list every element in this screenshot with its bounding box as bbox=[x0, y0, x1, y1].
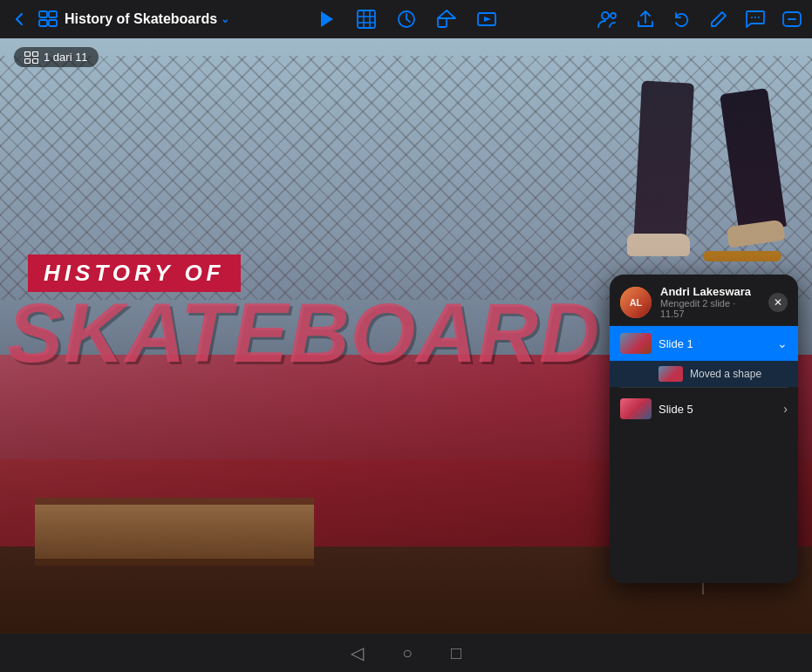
activity-slide-thumb bbox=[658, 366, 683, 382]
toolbar-left: History of Skateboards ⌄ bbox=[7, 7, 594, 31]
panel-subtitle: Mengedit 2 slide · 11.57 bbox=[660, 298, 760, 319]
user-avatar: AL bbox=[620, 287, 652, 318]
svg-point-19 bbox=[758, 17, 760, 18]
panel-close-icon: ✕ bbox=[774, 296, 782, 309]
activity-sub-row: Moved a shape bbox=[610, 361, 798, 387]
slide-counter-icon bbox=[24, 51, 38, 64]
clock-button[interactable] bbox=[393, 6, 420, 32]
bottom-bar: ◁ ○ □ bbox=[0, 634, 812, 672]
svg-rect-2 bbox=[39, 20, 47, 26]
more-button[interactable] bbox=[779, 6, 805, 32]
panel-header: AL Andri Lakeswara Mengedit 2 slide · 11… bbox=[610, 275, 798, 326]
history-of-text: HISTORY OF bbox=[44, 260, 225, 286]
activity-text: Moved a shape bbox=[690, 368, 761, 380]
overview-nav-button[interactable]: □ bbox=[446, 638, 467, 669]
back-nav-button[interactable]: ◁ bbox=[345, 637, 369, 669]
slide-5-chevron-icon: › bbox=[783, 402, 788, 416]
svg-rect-1 bbox=[49, 11, 57, 17]
slide-1-chevron-icon: ⌄ bbox=[777, 336, 788, 350]
undo-button[interactable] bbox=[669, 6, 695, 32]
skateboards-text: SKATEBOARD bbox=[7, 286, 600, 379]
slide-1-thumbnail bbox=[620, 333, 652, 354]
svg-point-16 bbox=[611, 13, 616, 18]
panel-divider bbox=[620, 387, 788, 388]
doc-title-chevron: ⌄ bbox=[221, 13, 229, 25]
svg-marker-12 bbox=[438, 10, 455, 18]
panel-username: Andri Lakeswara bbox=[660, 285, 760, 298]
doc-title-text: History of Skateboards bbox=[65, 11, 217, 27]
slide-5-row[interactable]: Slide 5 › bbox=[610, 391, 798, 426]
comment-button[interactable] bbox=[742, 6, 768, 32]
document-title[interactable]: History of Skateboards ⌄ bbox=[65, 11, 229, 27]
share-button[interactable] bbox=[632, 6, 658, 32]
slide-counter-text: 1 dari 11 bbox=[44, 51, 88, 64]
svg-rect-22 bbox=[25, 51, 31, 56]
toolbar: History of Skateboards ⌄ bbox=[0, 0, 812, 38]
svg-marker-4 bbox=[321, 11, 333, 27]
toolbar-center bbox=[313, 6, 500, 32]
svg-marker-14 bbox=[484, 17, 491, 22]
svg-rect-23 bbox=[33, 51, 38, 56]
svg-rect-0 bbox=[39, 11, 47, 17]
media-button[interactable] bbox=[474, 6, 500, 32]
svg-rect-5 bbox=[358, 10, 375, 28]
panel-user-info: Andri Lakeswara Mengedit 2 slide · 11.57 bbox=[660, 285, 760, 319]
svg-rect-3 bbox=[49, 20, 57, 26]
play-button[interactable] bbox=[313, 6, 339, 32]
panel-close-button[interactable]: ✕ bbox=[768, 293, 788, 312]
svg-point-17 bbox=[751, 17, 753, 18]
svg-point-18 bbox=[754, 17, 756, 18]
slide-1-row[interactable]: Slide 1 ⌄ bbox=[610, 326, 798, 361]
slide-5-label: Slide 5 bbox=[658, 403, 776, 416]
shapes-button[interactable] bbox=[433, 6, 460, 32]
home-nav-button[interactable]: ○ bbox=[397, 638, 418, 669]
svg-rect-11 bbox=[438, 18, 447, 27]
svg-point-15 bbox=[602, 12, 609, 19]
toolbar-right bbox=[594, 6, 805, 32]
skateboards-text-container: SKATEBOARD bbox=[7, 291, 600, 375]
slide-counter: 1 dari 11 bbox=[14, 47, 99, 67]
svg-rect-24 bbox=[25, 58, 31, 63]
svg-rect-25 bbox=[33, 58, 38, 63]
collaborate-button[interactable] bbox=[594, 6, 622, 32]
panel-empty-space bbox=[610, 426, 798, 583]
slides-panel-button[interactable] bbox=[35, 7, 61, 31]
slide-1-label: Slide 1 bbox=[658, 337, 770, 350]
activity-panel: AL Andri Lakeswara Mengedit 2 slide · 11… bbox=[610, 275, 798, 583]
table-button[interactable] bbox=[353, 6, 379, 32]
back-button[interactable] bbox=[7, 7, 31, 31]
slide-5-thumbnail bbox=[620, 398, 652, 419]
pen-button[interactable] bbox=[706, 6, 732, 32]
